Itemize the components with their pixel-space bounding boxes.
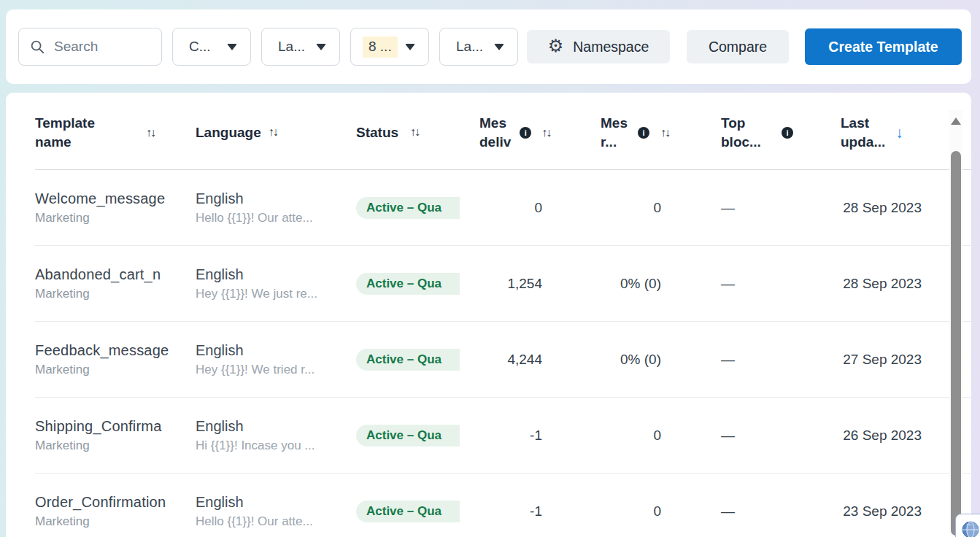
column-label: Mesr... [601,114,628,151]
chevron-down-icon [405,44,415,50]
namespace-button[interactable]: ⚙ Namespace [527,30,670,63]
column-label: Language [196,123,261,142]
language-cell: English Hello {{1}}! Our atte... [186,190,347,225]
table-row[interactable]: Shipping_Confirma Marketing English Hi {… [35,398,971,474]
status-badge: Active – Qua [356,501,460,522]
table-row[interactable]: Order_Confirmation Marketing English Hel… [35,474,971,537]
column-label: Status [356,123,398,142]
language-value: English [196,342,347,359]
gear-icon: ⚙ [548,37,564,55]
search-input-container[interactable] [18,28,162,66]
status-badge: Active – Qua [356,425,460,447]
top-block-reason-value: — [664,200,799,216]
message-preview: Hello {{1}}! Our atte... [196,514,347,529]
template-category: Marketing [35,439,186,453]
status-cell: Active – Qua [347,501,460,522]
messages-read-value: 0 [547,428,664,444]
last-updated-value: 28 Sep 2023 [799,200,952,216]
language-cell: English Hey {{1}}! We tried r... [186,342,347,377]
column-header-messages-read[interactable]: Mesr... i ↑↓ [547,114,664,151]
sort-icon[interactable]: ↑↓ [410,125,419,139]
column-header-top-block-reason[interactable]: Topbloc... i [664,114,799,151]
column-header-status[interactable]: Status ↑↓ [347,123,460,142]
messages-delivered-value: 0 [460,200,547,216]
browser-widget[interactable] [955,514,980,537]
scrollbar-up-arrow-icon[interactable] [951,117,961,125]
status-badge: Active – Qua [356,349,460,371]
language-filter-dropdown[interactable]: La... [261,28,340,66]
chevron-down-icon [227,44,237,50]
status-cell: Active – Qua [347,349,460,371]
messages-read-value: 0 [547,503,664,519]
sort-descending-icon[interactable]: ↓ [895,124,903,142]
compare-button-label: Compare [709,39,767,55]
highlighted-filter-dropdown[interactable]: 8 ... [350,28,429,66]
column-header-last-updated[interactable]: Lastupda... ↓ [799,114,952,151]
table-row[interactable]: Abandoned_cart_n Marketing English Hey {… [35,246,971,322]
scrollbar-thumb[interactable] [951,151,961,536]
table-row[interactable]: Welcome_message Marketing English Hello … [35,170,971,246]
chevron-down-icon [494,44,504,50]
language-cell: English Hi {{1}}! Incase you ... [186,418,347,453]
template-category: Marketing [35,363,186,377]
info-icon[interactable]: i [638,127,649,139]
last-updated-value: 28 Sep 2023 [799,276,952,292]
last-filter-dropdown[interactable]: La... [439,28,518,66]
top-block-reason-value: — [664,428,799,444]
info-icon[interactable]: i [782,127,793,139]
template-name: Shipping_Confirma [35,418,186,435]
message-preview: Hello {{1}}! Our atte... [196,211,347,225]
status-badge: Active – Qua [356,197,460,219]
messages-read-value: 0 [547,200,664,216]
template-table: Template name ↑↓ Language ↑↓ Status ↑↓ M… [6,93,971,537]
language-value: English [196,494,347,511]
category-filter-dropdown[interactable]: C... [172,28,251,66]
create-template-button[interactable]: Create Template [805,28,962,65]
template-name-cell: Welcome_message Marketing [35,190,186,225]
last-updated-value: 27 Sep 2023 [799,352,952,368]
sort-icon[interactable]: ↑↓ [146,126,155,139]
template-category: Marketing [35,514,186,529]
template-name: Feedback_message [35,342,186,359]
column-label: Topbloc... [721,114,761,151]
info-icon[interactable]: i [520,127,531,139]
sort-icon[interactable]: ↑↓ [269,125,277,139]
globe-icon [961,520,980,537]
search-input[interactable] [53,38,143,55]
column-header-template-name[interactable]: Template name ↑↓ [35,114,186,151]
template-name-cell: Feedback_message Marketing [35,342,186,377]
message-preview: Hey {{1}}! We tried r... [196,363,347,377]
vertical-scrollbar[interactable] [949,110,962,537]
template-name-cell: Order_Confirmation Marketing [35,494,186,529]
language-cell: English Hello {{1}}! Our atte... [186,494,347,529]
language-cell: English Hey {{1}}! We just re... [186,266,347,301]
status-badge: Active – Qua [356,273,460,295]
status-cell: Active – Qua [347,197,460,219]
compare-button[interactable]: Compare [687,30,789,63]
last-updated-value: 26 Sep 2023 [799,428,952,444]
column-label: Lastupda... [841,114,885,151]
category-filter-label: C... [185,39,211,55]
template-name: Welcome_message [35,190,186,207]
messages-read-value: 0% (0) [547,352,664,368]
highlighted-filter-label: 8 ... [363,36,398,58]
column-header-messages-delivered[interactable]: Mesdeliv i ↑↓ [460,114,547,151]
language-filter-label: La... [274,39,305,55]
top-block-reason-value: — [664,503,799,519]
table-row[interactable]: Feedback_message Marketing English Hey {… [35,322,971,398]
message-preview: Hi {{1}}! Incase you ... [196,439,347,453]
template-category: Marketing [35,287,186,301]
column-label: Mesdeliv [479,114,511,151]
messages-delivered-value: -1 [460,503,547,519]
language-value: English [196,266,347,283]
status-cell: Active – Qua [347,425,460,447]
namespace-button-label: Namespace [573,39,649,55]
messages-read-value: 0% (0) [547,276,664,292]
template-name: Abandoned_cart_n [35,266,186,283]
top-block-reason-value: — [664,352,799,368]
template-category: Marketing [35,211,186,225]
messages-delivered-value: 4,244 [460,352,547,368]
column-label: Template name [35,114,114,151]
column-header-language[interactable]: Language ↑↓ [186,123,347,142]
template-name: Order_Confirmation [35,494,186,511]
